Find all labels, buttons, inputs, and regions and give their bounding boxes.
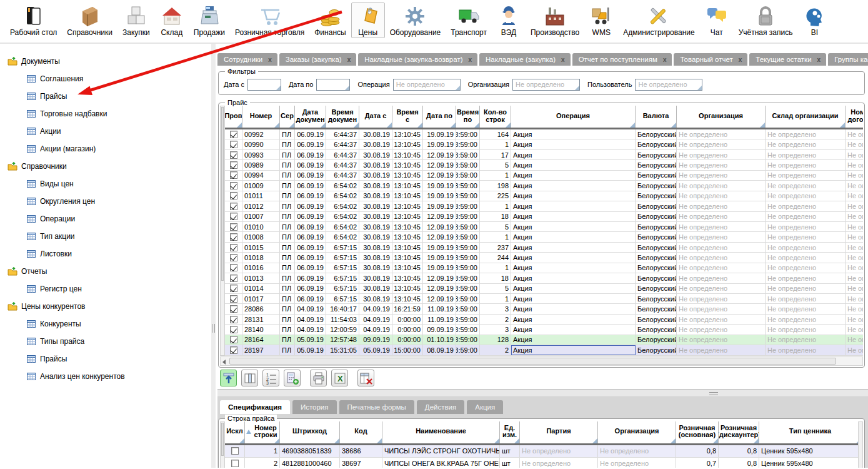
spec-column-header-Тип ценника[interactable]: Тип ценника xyxy=(759,421,858,443)
price-row[interactable]: 01016ПЛ06.09.196:57:1530.08.1913:10:4519… xyxy=(225,263,863,273)
spec-row[interactable]: 2481288100046038697ЧИПСЫ ОНЕГА ВК.КРАБА … xyxy=(225,458,858,468)
tab-Сотрудники[interactable]: Сотрудникиx xyxy=(217,53,277,66)
grid-toolbar-button-columns[interactable] xyxy=(241,370,258,386)
spec-column-header-Ед. изм.[interactable]: Ед. изм. xyxy=(500,421,520,443)
filter-input-Организация[interactable]: Не определено xyxy=(512,79,580,91)
toolbar-item-customs[interactable]: ВЭД xyxy=(492,3,526,38)
column-header-Дата докумен[interactable]: Дата докумен xyxy=(295,106,326,128)
row-checkbox[interactable] xyxy=(230,151,237,159)
spec-column-header-Код[interactable]: Код xyxy=(340,421,382,443)
tree-item-Торговые надбавки[interactable]: Торговые надбавки xyxy=(0,105,211,123)
tree-item-Тип акции[interactable]: Тип акции xyxy=(0,228,211,245)
column-header-Кол-во строк[interactable]: Кол-во строк xyxy=(480,106,511,128)
scroll-left-icon[interactable] xyxy=(222,360,226,365)
tab-Отчет по поступлениям[interactable]: Отчет по поступлениямx xyxy=(572,53,672,66)
grid-toolbar-button-printer[interactable] xyxy=(310,370,327,386)
price-row[interactable]: 00993ПЛ06.09.196:44:3730.08.1913:10:4512… xyxy=(225,150,863,160)
spec-column-header-Номер строки[interactable]: Номер строки xyxy=(245,421,280,443)
toolbar-item-chat[interactable]: Чат xyxy=(700,3,734,38)
tab-close-icon[interactable]: x xyxy=(739,56,742,63)
filter-input-Пользователь[interactable]: Не определено xyxy=(635,79,702,91)
price-row[interactable]: 28131ПЛ04.09.1911:54:0304.09.190:00:0011… xyxy=(225,315,863,325)
sidebar-splitter[interactable] xyxy=(211,44,216,468)
tab-Товарный отчет[interactable]: Товарный отчетx xyxy=(674,53,747,66)
tree-item-Листовки[interactable]: Листовки xyxy=(0,245,211,263)
toolbar-item-coins[interactable]: Финансы xyxy=(309,3,351,38)
price-horizontal-scrollbar[interactable] xyxy=(220,356,863,366)
toolbar-item-price-tag[interactable]: Цены xyxy=(351,3,385,38)
spec-row[interactable]: 1469038805183938686ЧИПСЫ ЛЭЙС СТРОНГ ОХО… xyxy=(225,445,858,458)
spec-column-header-Организация[interactable]: Организация xyxy=(598,421,676,443)
row-checkbox[interactable] xyxy=(230,244,237,251)
scrollbar-thumb[interactable] xyxy=(229,358,836,365)
price-row[interactable]: 28140ПЛ04.09.1912:00:5904.09.190:00:0009… xyxy=(225,325,863,335)
grid-toolbar-button-excel[interactable]: X xyxy=(331,370,348,386)
tree-section-Справочники[interactable]: Справочники xyxy=(0,158,211,175)
price-row[interactable]: 01017ПЛ06.09.196:57:1530.08.1913:10:4512… xyxy=(225,294,863,304)
tree-item-Регистр цен[interactable]: Регистр цен xyxy=(0,280,211,298)
toolbar-item-tools[interactable]: Администрирование xyxy=(618,3,699,38)
tree-item-Виды цен[interactable]: Виды цен xyxy=(0,175,211,193)
column-header-Операция[interactable]: Операция xyxy=(511,106,636,128)
price-row[interactable]: 01012ПЛ06.09.196:54:0230.08.1913:10:4519… xyxy=(225,201,863,211)
tree-item-Операции[interactable]: Операции xyxy=(0,210,211,228)
tree-item-Прайсы[interactable]: Прайсы xyxy=(0,350,211,368)
row-checkbox[interactable] xyxy=(230,254,237,261)
grid-toolbar-button-calc-add[interactable] xyxy=(284,370,301,386)
column-header-Организация[interactable]: Организация xyxy=(677,106,766,128)
spec-column-header-Партия[interactable]: Партия xyxy=(520,421,598,443)
tree-item-Прайсы[interactable]: Прайсы xyxy=(0,88,211,105)
tab-Группы касс[interactable]: Группы кассx xyxy=(828,53,868,66)
tree-item-Акции (магазин)[interactable]: Акции (магазин) xyxy=(0,140,211,158)
price-vertical-scrollbar[interactable] xyxy=(220,106,225,356)
tree-section-Цены конкурентов[interactable]: Цены конкурентов xyxy=(0,298,211,315)
price-row[interactable]: 00990ПЛ06.09.196:44:3730.08.1913:10:4519… xyxy=(225,139,863,149)
scrollbar-thumb[interactable] xyxy=(221,107,224,281)
filter-input-Операция[interactable]: Не определено xyxy=(393,79,461,91)
toolbar-item-bi-head[interactable]: BI xyxy=(797,3,831,38)
price-row[interactable]: 01007ПЛ06.09.196:54:0230.08.1913:10:4512… xyxy=(225,212,863,222)
tree-item-Акции[interactable]: Акции xyxy=(0,123,211,140)
price-row[interactable]: 01014ПЛ06.09.196:57:1530.08.1913:10:4512… xyxy=(225,284,863,294)
row-checkbox[interactable] xyxy=(230,161,237,169)
row-checkbox[interactable] xyxy=(230,285,237,292)
column-header-Валюта[interactable]: Валюта xyxy=(636,106,677,128)
tab-close-icon[interactable]: x xyxy=(347,56,351,63)
column-header-Сер[interactable]: Сер xyxy=(280,106,295,128)
column-header-Дата по[interactable]: Дата по xyxy=(423,106,456,128)
row-checkbox[interactable] xyxy=(230,213,237,220)
row-checkbox[interactable] xyxy=(230,326,237,333)
detail-tab-Действия[interactable]: Действия xyxy=(417,400,464,414)
column-header-Номер[interactable]: Номер xyxy=(242,106,280,128)
price-row[interactable]: 01008ПЛ06.09.196:54:0230.08.1913:10:4512… xyxy=(225,232,863,242)
column-header-Время докумен[interactable]: Время докумен xyxy=(326,106,359,128)
spec-column-header-Розничная (основная)[interactable]: Розничная (основная) xyxy=(676,421,719,443)
tab-close-icon[interactable]: x xyxy=(469,56,472,63)
row-checkbox[interactable] xyxy=(231,460,239,467)
row-checkbox[interactable] xyxy=(230,336,237,343)
tab-Заказы (закупка)[interactable]: Заказы (закупка)x xyxy=(279,53,356,66)
tab-close-icon[interactable]: x xyxy=(561,56,565,63)
tree-item-Анализ цен конкурентов[interactable]: Анализ цен конкурентов xyxy=(0,368,211,385)
tree-item-Округления цен[interactable]: Округления цен xyxy=(0,193,211,210)
row-checkbox[interactable] xyxy=(230,295,237,303)
price-row[interactable]: 00989ПЛ06.09.196:44:3730.08.1913:10:4512… xyxy=(225,160,863,170)
spec-right-scrollbar[interactable] xyxy=(858,421,863,468)
tab-Текущие остатки[interactable]: Текущие остаткиx xyxy=(749,53,826,66)
detail-tab-Спецификация[interactable]: Спецификация xyxy=(220,400,290,414)
tab-Накладные (закупка-возврат)[interactable]: Накладные (закупка-возврат)x xyxy=(358,53,477,66)
row-checkbox[interactable] xyxy=(230,171,237,179)
row-checkbox[interactable] xyxy=(230,192,237,199)
row-checkbox[interactable] xyxy=(230,275,237,282)
price-row[interactable]: 01009ПЛ06.09.196:54:0230.08.1913:10:4519… xyxy=(225,181,863,191)
row-checkbox[interactable] xyxy=(230,305,237,313)
column-header-Склад организации[interactable]: Склад организации xyxy=(766,106,846,128)
price-row[interactable]: 01011ПЛ06.09.196:54:0230.08.1913:10:4519… xyxy=(225,191,863,201)
row-checkbox[interactable] xyxy=(230,131,237,138)
tree-section-Документы[interactable]: Документы xyxy=(0,53,211,70)
toolbar-item-desktop[interactable]: Рабочий стол xyxy=(5,3,62,38)
spec-column-header-Розничная (дискаунтер)[interactable]: Розничная (дискаунтер) xyxy=(719,421,759,443)
row-checkbox[interactable] xyxy=(230,182,237,189)
column-header-Пров[interactable]: Пров xyxy=(225,106,242,128)
spec-column-header-Искл[interactable]: Искл xyxy=(225,421,245,443)
